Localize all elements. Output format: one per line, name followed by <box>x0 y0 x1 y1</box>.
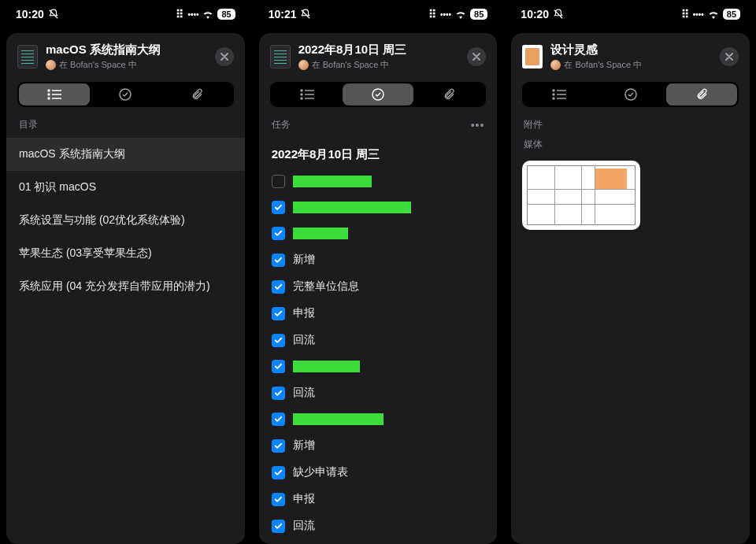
battery-badge: 85 <box>470 9 487 20</box>
signal-icon: ⠿ <box>176 8 184 20</box>
list-icon <box>552 89 566 100</box>
checkbox[interactable] <box>272 387 285 400</box>
tab-attachments[interactable] <box>666 83 737 105</box>
close-button[interactable] <box>215 47 234 66</box>
checkbox[interactable] <box>272 175 285 188</box>
task-row[interactable]: 缺少申请表 <box>259 459 498 486</box>
section-label: 任务 <box>272 118 291 131</box>
media-label: 媒体 <box>511 138 750 156</box>
task-label: 新增 <box>293 439 315 453</box>
task-row[interactable]: 新增 <box>259 432 498 459</box>
checkbox[interactable] <box>272 360 285 373</box>
task-row[interactable]: 申报 <box>259 486 498 513</box>
list-icon <box>300 89 314 100</box>
status-right: ⠿ •••• 85 <box>428 8 487 20</box>
clock: 10:21 <box>269 8 297 20</box>
checkbox[interactable] <box>272 280 285 294</box>
task-row[interactable] <box>259 406 498 432</box>
outline-item[interactable]: 苹果生态 (03享受苹果生态) <box>6 237 245 270</box>
checkbox[interactable] <box>272 307 285 320</box>
task-row[interactable]: 完整单位信息 <box>259 273 498 300</box>
task-list: 新增完整单位信息申报回流回流新增缺少申请表申报回流 <box>259 168 498 539</box>
section-header: 任务 ••• <box>259 115 498 138</box>
task-row[interactable]: 回流 <box>259 513 498 539</box>
phone-pane-2: 10:21 ⠿ •••• 85 2022年8月10日 周三 在 Bofan's … <box>253 0 504 544</box>
header-text: 设计灵感 在 Bofan's Space 中 <box>550 43 712 71</box>
battery-badge: 85 <box>723 9 740 20</box>
status-right: ⠿ •••• 85 <box>681 8 740 20</box>
tab-tasks[interactable] <box>90 83 161 105</box>
tab-attachments[interactable] <box>413 83 484 105</box>
checkbox[interactable] <box>272 201 285 214</box>
task-row[interactable] <box>259 194 498 220</box>
subtitle-row: 在 Bofan's Space 中 <box>46 59 207 71</box>
outline-item[interactable]: macOS 系统指南大纲 <box>6 138 245 171</box>
status-bar: 10:21 ⠿ •••• 85 <box>253 0 504 25</box>
bell-slash-icon <box>553 9 564 20</box>
tab-outline[interactable] <box>524 83 595 105</box>
media-thumbnail[interactable] <box>522 161 640 230</box>
floorplan-image <box>527 165 636 225</box>
tab-outline[interactable] <box>272 83 343 105</box>
outline-item[interactable]: 01 初识 macOS <box>6 171 245 204</box>
card-header: 设计灵感 在 Bofan's Space 中 <box>511 33 750 79</box>
wifi-icon <box>707 9 720 19</box>
signal-icon: ⠿ <box>428 8 437 20</box>
checkbox[interactable] <box>272 253 285 267</box>
svg-point-7 <box>301 90 302 91</box>
redacted-text <box>293 413 384 425</box>
note-title: 2022年8月10日 周三 <box>298 43 460 57</box>
close-button[interactable] <box>467 47 486 66</box>
task-row[interactable] <box>259 220 498 246</box>
task-row[interactable] <box>259 168 498 194</box>
status-left: 10:20 <box>521 8 564 20</box>
tab-attachments[interactable] <box>161 83 232 105</box>
checkbox[interactable] <box>272 466 285 479</box>
checkbox[interactable] <box>272 493 285 506</box>
redacted-text <box>293 228 348 239</box>
clock: 10:20 <box>521 8 549 20</box>
task-label: 回流 <box>293 386 315 400</box>
checkbox[interactable] <box>272 227 285 240</box>
tab-tasks[interactable] <box>595 83 666 105</box>
task-row[interactable] <box>259 353 498 379</box>
redacted-text <box>293 176 372 187</box>
section-label: 目录 <box>19 118 38 131</box>
outline-item[interactable]: 系统设置与功能 (02优化系统体验) <box>6 204 245 237</box>
redacted-text <box>293 202 411 213</box>
checkbox[interactable] <box>272 413 285 426</box>
task-row[interactable]: 新增 <box>259 246 498 273</box>
checkbox[interactable] <box>272 520 285 533</box>
status-right: ⠿ •••• 85 <box>176 8 235 20</box>
svg-point-16 <box>553 94 554 95</box>
section-header: 目录 <box>6 115 245 138</box>
header-text: 2022年8月10日 周三 在 Bofan's Space 中 <box>298 43 460 71</box>
note-card: macOS 系统指南大纲 在 Bofan's Space 中 目录 <box>6 33 245 544</box>
tab-tasks[interactable] <box>343 83 413 105</box>
paperclip-icon <box>191 88 203 101</box>
section-label: 附件 <box>524 118 543 131</box>
more-button[interactable]: ••• <box>471 119 485 131</box>
bell-slash-icon <box>300 9 311 20</box>
task-label: 新增 <box>293 253 315 267</box>
close-icon <box>725 53 733 61</box>
status-left: 10:20 <box>16 8 59 20</box>
document-icon <box>270 45 291 68</box>
task-row[interactable]: 申报 <box>259 300 498 327</box>
tab-outline[interactable] <box>19 83 90 105</box>
note-title: 设计灵感 <box>550 43 712 57</box>
checkbox[interactable] <box>272 334 285 347</box>
close-button[interactable] <box>720 47 739 66</box>
task-label: 回流 <box>293 333 315 347</box>
task-label: 完整单位信息 <box>293 279 359 294</box>
subtitle-row: 在 Bofan's Space 中 <box>298 59 460 71</box>
task-row[interactable]: 回流 <box>259 379 498 406</box>
wifi-icon <box>202 9 214 19</box>
note-location: 在 Bofan's Space 中 <box>59 59 137 71</box>
document-icon <box>17 45 38 68</box>
media-grid <box>511 156 750 235</box>
check-circle-icon <box>624 88 637 101</box>
checkbox[interactable] <box>272 439 285 453</box>
outline-item[interactable]: 系统应用 (04 充分发挥自带应用的潜力) <box>6 270 245 303</box>
task-row[interactable]: 回流 <box>259 327 498 353</box>
